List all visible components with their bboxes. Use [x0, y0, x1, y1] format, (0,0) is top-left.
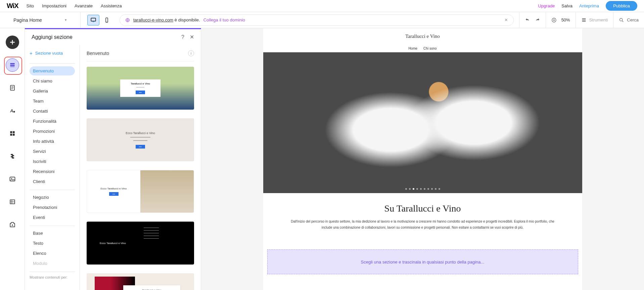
domain-text: tarallucci-e-vino.com è disponibile.: [133, 17, 200, 22]
cat-recensioni[interactable]: Recensioni: [30, 167, 75, 176]
svg-rect-0: [91, 18, 96, 21]
about-title: Su Tarallucci e Vino: [290, 203, 555, 214]
cat-prenotazioni[interactable]: Prenotazioni: [30, 203, 75, 212]
svg-rect-12: [10, 66, 14, 67]
device-toggles: [87, 15, 113, 25]
svg-rect-19: [12, 134, 14, 136]
rail-addons-button[interactable]: [6, 150, 19, 163]
template-thumb-3[interactable]: Ecco Tarallucci e Vino━━: [87, 170, 194, 213]
rail-design-button[interactable]: A: [6, 104, 19, 117]
undo-icon[interactable]: [525, 17, 530, 23]
rail-add-button[interactable]: [6, 36, 19, 49]
panel-templates: Benvenuto i Tarallucci e Vino━━━━━━━━━━ …: [80, 45, 201, 290]
panel-body: +Sezione vuota Benvenuto Chi siamo Galle…: [25, 45, 201, 290]
plus-icon: +: [30, 50, 33, 56]
svg-rect-18: [10, 134, 12, 136]
cat-benvenuto[interactable]: Benvenuto: [30, 66, 75, 75]
dropzone[interactable]: Scegli una sezione e trascinala in quals…: [267, 249, 578, 274]
chevron-down-icon: ▾: [65, 18, 67, 22]
cat-servizi[interactable]: Servizi: [30, 147, 75, 156]
cat-galleria[interactable]: Galleria: [30, 86, 75, 96]
page-selector[interactable]: Pagina Home ▾: [0, 12, 81, 28]
search-icon: [619, 17, 624, 23]
menu-sito[interactable]: Sito: [27, 3, 34, 8]
domain-name[interactable]: tarallucci-e-vino.com: [133, 17, 173, 22]
rail-apps-button[interactable]: [6, 127, 19, 140]
svg-rect-8: [582, 21, 586, 21]
cat-negozio[interactable]: Negozio: [30, 193, 75, 202]
panel-right-title: Benvenuto: [87, 51, 109, 56]
cat-iscriviti[interactable]: Iscriviti: [30, 157, 75, 166]
rail-business-button[interactable]: A: [6, 218, 19, 231]
template-thumb-1[interactable]: Tarallucci e Vino━━━━━━━━━━: [87, 67, 194, 110]
mobile-device-button[interactable]: [101, 15, 113, 25]
site-title: Tarallucci e Vino: [263, 28, 582, 45]
site-nav: Home Chi sono: [263, 45, 582, 52]
svg-point-3: [106, 21, 107, 22]
domain-bar: tarallucci-e-vino.com è disponibile. Col…: [120, 14, 514, 26]
publish-button[interactable]: Pubblica: [606, 1, 637, 11]
svg-rect-17: [12, 131, 14, 133]
cat-clienti[interactable]: Clienti: [30, 177, 75, 186]
cat-funzionalita[interactable]: Funzionalità: [30, 117, 75, 126]
template-thumb-2[interactable]: Ecco Tarallucci e Vino━━━━━━━━━━━━━━━━━━…: [87, 118, 194, 161]
toolbar-right: 50% Strumenti Cerca: [519, 12, 644, 28]
desktop-device-button[interactable]: [87, 15, 99, 25]
cat-chi-siamo[interactable]: Chi siamo: [30, 76, 75, 85]
redo-icon[interactable]: [535, 17, 540, 23]
cat-info-attivita[interactable]: Info attività: [30, 137, 75, 146]
info-icon[interactable]: i: [188, 50, 194, 56]
svg-text:A: A: [11, 224, 13, 226]
cat-eventi[interactable]: Eventi: [30, 213, 75, 222]
add-section-panel: Aggiungi sezione ? ✕ +Sezione vuota Benv…: [25, 28, 201, 290]
svg-rect-7: [582, 19, 586, 20]
svg-point-9: [620, 18, 623, 21]
rail-data-button[interactable]: [6, 195, 19, 209]
save-button[interactable]: Salva: [561, 3, 572, 8]
template-thumb-5[interactable]: Tarallucci e Vino━━━━━━━━━━━━━━━━━━━━━━━…: [87, 273, 194, 290]
cat-base[interactable]: Base: [30, 229, 75, 238]
cat-testo[interactable]: Testo: [30, 239, 75, 248]
svg-rect-16: [10, 131, 12, 133]
cat-team[interactable]: Team: [30, 97, 75, 106]
svg-rect-11: [10, 65, 14, 66]
carousel-dots[interactable]: [405, 188, 440, 190]
rail-sections-button[interactable]: [6, 58, 19, 72]
close-domain-icon[interactable]: ✕: [504, 17, 508, 22]
preview-button[interactable]: Anteprima: [579, 3, 599, 8]
close-panel-icon[interactable]: ✕: [190, 34, 194, 40]
menu-impostazioni[interactable]: Impostazioni: [42, 3, 66, 8]
zoom-plus-icon[interactable]: [551, 17, 557, 23]
site-preview: Tarallucci e Vino Home Chi sono Su Taral…: [263, 28, 582, 290]
upgrade-link[interactable]: Upgrade: [538, 3, 555, 8]
canvas[interactable]: Tarallucci e Vino Home Chi sono Su Taral…: [201, 28, 644, 290]
svg-rect-1: [93, 21, 94, 22]
svg-text:A: A: [10, 109, 13, 113]
about-section[interactable]: Su Tarallucci e Vino Dall'inizio del per…: [263, 193, 582, 241]
cat-modulo[interactable]: Modulo: [30, 259, 75, 268]
help-icon[interactable]: ?: [181, 34, 184, 40]
hero-image[interactable]: [263, 52, 582, 193]
cat-contatti[interactable]: Contatti: [30, 107, 75, 116]
rail-media-button[interactable]: [6, 172, 19, 186]
panel-categories: +Sezione vuota Benvenuto Chi siamo Galle…: [25, 45, 80, 290]
toolbar: Pagina Home ▾ tarallucci-e-vino.com è di…: [0, 12, 644, 28]
cat-promozioni[interactable]: Promozioni: [30, 127, 75, 136]
menu-avanzate[interactable]: Avanzate: [75, 3, 93, 8]
panel-title: Aggiungi sezione: [32, 34, 73, 40]
nav-home[interactable]: Home: [408, 47, 417, 50]
template-thumb-4[interactable]: Ecco Tarallucci e Vino━━━━━━━━━━━━━━━━━━…: [87, 222, 194, 265]
tools-button[interactable]: Strumenti: [581, 17, 608, 23]
menu-assistenza[interactable]: Assistenza: [101, 3, 122, 8]
empty-section-button[interactable]: +Sezione vuota: [30, 48, 75, 58]
search-button[interactable]: Cerca: [619, 17, 639, 23]
nav-chi-sono[interactable]: Chi sono: [423, 47, 436, 50]
connect-domain-link[interactable]: Collega il tuo dominio: [203, 17, 245, 22]
zoom-level[interactable]: 50%: [561, 17, 570, 22]
panel-header: Aggiungi sezione ? ✕: [25, 29, 201, 45]
topbar-right: Upgrade Salva Anteprima Pubblica: [538, 1, 637, 11]
svg-point-15: [13, 111, 15, 113]
cat-elenco[interactable]: Elenco: [30, 249, 75, 258]
wix-logo[interactable]: WiX: [7, 2, 18, 10]
rail-pages-button[interactable]: [6, 81, 19, 95]
